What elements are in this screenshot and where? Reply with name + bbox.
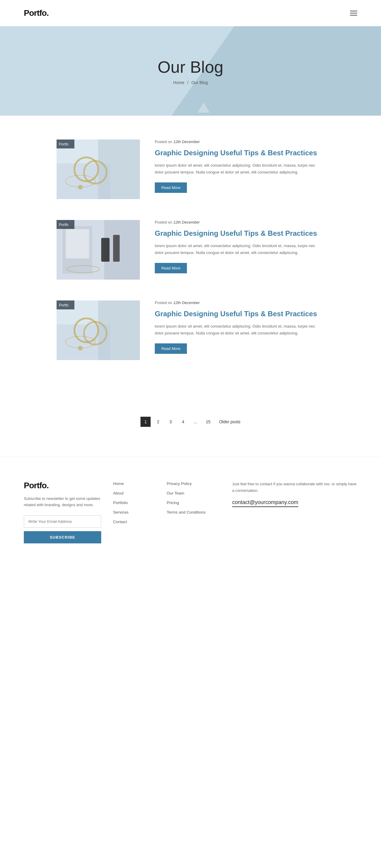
page-btn-4[interactable]: 4 [178,417,188,427]
post-date-1: Posted on 12th December [155,140,324,144]
read-more-btn-1[interactable]: Read More [155,182,187,193]
footer-anchor-about[interactable]: About [113,491,124,495]
footer-link-services: Services [113,509,155,515]
post-title-1: Graphic Designing Useful Tips & Best Pra… [155,148,324,157]
post-date-3: Posted on 12th December [155,301,324,305]
svg-text:Portfo: Portfo [59,223,68,227]
blog-post-1: Portfo Posted on 12th December Graphic D… [57,140,324,199]
footer-logo: Portfo. [24,481,101,490]
post-thumbnail-2: Portfo [57,220,140,280]
post-excerpt-2: lorem ipsum dolor sit amet, elit consect… [155,243,324,256]
read-more-btn-2[interactable]: Read More [155,263,187,273]
svg-point-6 [78,185,83,190]
post-excerpt-1: lorem ipsum dolor sit amet, elit consect… [155,162,324,176]
svg-rect-14 [113,235,120,262]
footer-link-team: Our Team [167,490,220,496]
footer-contact: Just feel free to contact if you wanna c… [232,481,357,544]
footer-nav-1-list: Home About Portfolio Services Contact [113,481,155,524]
older-posts-btn[interactable]: Older posts [219,420,241,424]
post-thumbnail-3: Portfo [57,301,140,360]
footer-tagline: Subscribe to newsletter to get some upda… [24,496,101,508]
post-image-1: Portfo [57,140,140,199]
subscribe-button[interactable]: SUBSCRIBE [24,531,101,544]
footer-link-portfolio: Portfolio [113,500,155,505]
svg-rect-12 [66,229,89,259]
svg-rect-2 [98,140,140,199]
post-excerpt-3: lorem ipsum dolor sit amet, elit consect… [155,323,324,337]
page-btn-15[interactable]: 15 [203,417,213,427]
hero-shape [198,102,210,113]
hero-section: Our Blog Home / Our Blog [0,26,381,116]
pagination: 1 2 3 4 ... 15 Older posts [0,405,381,457]
hamburger-line-2 [350,13,357,13]
post-date-value-3: 12th December [173,301,200,305]
post-content-2: Posted on 12th December Graphic Designin… [155,220,324,273]
hero-content: Our Blog Home / Our Blog [158,57,223,85]
footer-anchor-team[interactable]: Our Team [167,491,184,495]
footer-anchor-home[interactable]: Home [113,482,124,486]
post-image-3: Portfo [57,301,140,360]
svg-point-24 [78,346,83,350]
footer-link-contact: Contact [113,519,155,524]
page-btn-1[interactable]: 1 [140,417,150,427]
header: Portfo. [0,0,381,26]
footer: Portfo. Subscribe to newsletter to get s… [0,457,381,561]
post-image-2: Portfo [57,220,140,280]
post-content-1: Posted on 12th December Graphic Designin… [155,140,324,193]
footer-anchor-portfolio[interactable]: Portfolio [113,500,128,505]
post-title-2: Graphic Designing Useful Tips & Best Pra… [155,228,324,238]
post-title-3: Graphic Designing Useful Tips & Best Pra… [155,309,324,318]
blog-post-2: Portfo Posted on 12th December Graphic D… [57,220,324,280]
page-title: Our Blog [158,57,223,76]
breadcrumb: Home / Our Blog [158,80,223,85]
logo[interactable]: Portfo. [24,8,48,18]
footer-link-privacy: Privacy Policy [167,481,220,486]
footer-nav-2: Privacy Policy Our Team Pricing Terms an… [167,481,220,544]
footer-link-home: Home [113,481,155,486]
footer-anchor-services[interactable]: Services [113,510,129,515]
page-ellipsis: ... [190,417,201,427]
footer-brand: Portfo. Subscribe to newsletter to get s… [24,481,101,544]
breadcrumb-home[interactable]: Home [173,80,184,85]
email-input-wrapper [24,516,101,528]
read-more-btn-3[interactable]: Read More [155,343,187,354]
svg-text:Portfo: Portfo [59,303,68,307]
svg-rect-13 [101,238,109,262]
footer-grid: Portfo. Subscribe to newsletter to get s… [24,481,357,544]
footer-nav-1: Home About Portfolio Services Contact [113,481,155,544]
post-date-2: Posted on 12th December [155,220,324,224]
svg-rect-20 [98,301,140,360]
footer-link-pricing: Pricing [167,500,220,505]
hamburger-line-1 [350,11,357,11]
email-input[interactable] [24,516,101,528]
hamburger-menu[interactable] [350,11,357,16]
footer-anchor-terms[interactable]: Terms and Conditions [167,510,206,515]
footer-link-terms: Terms and Conditions [167,509,220,515]
post-date-value-1: 12th December [173,140,200,144]
blog-section: Portfo Posted on 12th December Graphic D… [57,116,324,405]
post-thumbnail-1: Portfo [57,140,140,199]
page-btn-2[interactable]: 2 [153,417,163,427]
footer-anchor-pricing[interactable]: Pricing [167,500,179,505]
page-btn-3[interactable]: 3 [166,417,176,427]
footer-anchor-contact[interactable]: Contact [113,520,127,524]
post-content-3: Posted on 12th December Graphic Designin… [155,301,324,354]
footer-nav-2-list: Privacy Policy Our Team Pricing Terms an… [167,481,220,515]
footer-contact-text: Just feel free to contact if you wanna c… [232,481,357,494]
footer-link-about: About [113,490,155,496]
footer-anchor-privacy[interactable]: Privacy Policy [167,482,192,486]
breadcrumb-current: Our Blog [192,80,208,85]
svg-text:Portfo: Portfo [59,142,68,146]
breadcrumb-separator: / [187,80,189,85]
post-date-value-2: 12th December [173,220,200,224]
hamburger-line-3 [350,15,357,16]
blog-post-3: Portfo Posted on 12th December Graphic D… [57,301,324,360]
footer-email-link[interactable]: contact@yourcompany.com [232,499,298,507]
